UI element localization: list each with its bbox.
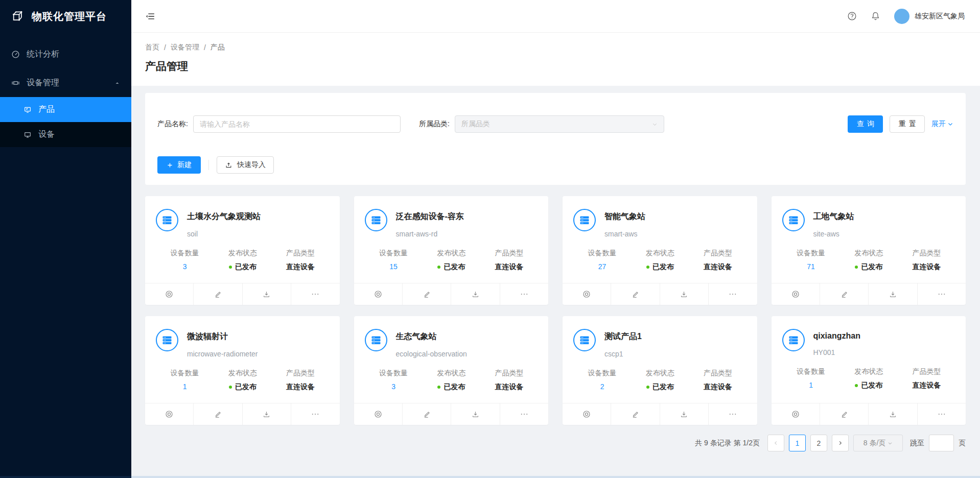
device-count-value[interactable]: 15 bbox=[365, 262, 423, 271]
sidebar-item-products[interactable]: 产品 bbox=[0, 97, 131, 122]
breadcrumb-device-management[interactable]: 设备管理 bbox=[171, 43, 199, 52]
jump-label: 跳至 bbox=[910, 439, 924, 448]
device-count-value[interactable]: 3 bbox=[365, 383, 423, 391]
page-size-select[interactable]: 8 条/页 bbox=[853, 435, 903, 451]
view-action[interactable] bbox=[563, 283, 611, 305]
import-icon bbox=[225, 161, 232, 169]
edit-action[interactable] bbox=[193, 283, 242, 305]
export-action[interactable] bbox=[451, 403, 499, 425]
menu-fold-icon[interactable] bbox=[145, 11, 155, 21]
product-stats: 设备数量 15 发布状态 已发布 产品类型 直连设备 bbox=[365, 249, 539, 272]
create-button-label: 新建 bbox=[177, 160, 192, 170]
product-head-text: 微波辐射计 microwave-radiometer bbox=[187, 329, 258, 358]
product-card-actions bbox=[145, 283, 340, 305]
product-type-value: 直连设备 bbox=[898, 381, 955, 390]
edit-action[interactable] bbox=[402, 403, 451, 425]
product-code: ecological-observation bbox=[396, 350, 467, 358]
quick-import-button[interactable]: 快速导入 bbox=[217, 156, 274, 174]
export-action[interactable] bbox=[868, 283, 917, 305]
device-count-value[interactable]: 2 bbox=[573, 383, 631, 391]
sidebar-submenu: 产品 设备 bbox=[0, 97, 131, 147]
edit-action[interactable] bbox=[402, 283, 451, 305]
more-action[interactable] bbox=[291, 283, 339, 305]
view-action[interactable] bbox=[145, 283, 193, 305]
product-name-input[interactable] bbox=[193, 115, 401, 133]
product-type-value: 直连设备 bbox=[689, 262, 746, 272]
bell-icon[interactable] bbox=[871, 11, 880, 21]
download-icon bbox=[680, 290, 688, 299]
reset-button[interactable]: 重置 bbox=[890, 115, 925, 133]
device-count-value[interactable]: 27 bbox=[573, 262, 631, 271]
scrollbar-strip[interactable] bbox=[131, 476, 980, 478]
view-action[interactable] bbox=[145, 403, 193, 425]
more-action[interactable] bbox=[708, 403, 757, 425]
more-action[interactable] bbox=[500, 283, 548, 305]
device-count-stat: 设备数量 27 bbox=[573, 249, 631, 272]
edit-pen-icon bbox=[214, 290, 222, 299]
view-action[interactable] bbox=[772, 403, 820, 425]
export-action[interactable] bbox=[660, 283, 708, 305]
view-action[interactable] bbox=[354, 283, 402, 305]
category-select[interactable]: 所属品类 bbox=[455, 115, 664, 133]
edit-action[interactable] bbox=[820, 283, 868, 305]
more-action[interactable] bbox=[917, 283, 966, 305]
product-card-body: 泛在感知设备-容东 smart-aws-rd 设备数量 15 发布状态 已发布 … bbox=[354, 196, 549, 283]
device-count-value[interactable]: 3 bbox=[156, 262, 214, 271]
next-page-button[interactable] bbox=[832, 435, 849, 451]
pagination: 共 9 条记录 第 1/2页 1 2 8 条/页 跳至 页 bbox=[145, 435, 966, 451]
edit-action[interactable] bbox=[820, 403, 868, 425]
device-count-value[interactable]: 1 bbox=[782, 381, 840, 389]
publish-status-stat: 发布状态 已发布 bbox=[423, 369, 480, 392]
export-action[interactable] bbox=[451, 283, 499, 305]
prev-page-button[interactable] bbox=[767, 435, 784, 451]
product-type-label: 产品类型 bbox=[271, 249, 329, 258]
product-card-body: 生态气象站 ecological-observation 设备数量 3 发布状态… bbox=[354, 316, 549, 403]
edit-action[interactable] bbox=[611, 283, 659, 305]
page-header: 首页 / 设备管理 / 产品 产品管理 bbox=[131, 33, 980, 86]
search-button[interactable]: 查询 bbox=[848, 115, 883, 133]
device-count-value[interactable]: 1 bbox=[156, 383, 214, 391]
expand-toggle[interactable]: 展开 bbox=[931, 119, 953, 129]
device-count-value[interactable]: 71 bbox=[782, 262, 840, 271]
ellipsis-icon bbox=[937, 410, 946, 419]
page-unit-label: 页 bbox=[959, 439, 966, 448]
view-action[interactable] bbox=[772, 283, 820, 305]
view-action[interactable] bbox=[563, 403, 611, 425]
more-action[interactable] bbox=[708, 283, 757, 305]
sidebar-item-device-management[interactable]: 设备管理 bbox=[0, 68, 131, 97]
edit-action[interactable] bbox=[193, 403, 242, 425]
chevron-down-icon bbox=[652, 122, 658, 127]
topbar-right: 雄安新区气象局 bbox=[847, 9, 965, 24]
breadcrumb-home[interactable]: 首页 bbox=[145, 43, 159, 52]
product-stats: 设备数量 27 发布状态 已发布 产品类型 直连设备 bbox=[573, 249, 747, 272]
sidebar-item-statistics[interactable]: 统计分析 bbox=[0, 40, 131, 68]
product-type-stat: 产品类型 直连设备 bbox=[898, 367, 955, 390]
avatar bbox=[894, 9, 909, 24]
export-action[interactable] bbox=[242, 283, 291, 305]
user-menu[interactable]: 雄安新区气象局 bbox=[894, 9, 965, 24]
more-action[interactable] bbox=[917, 403, 966, 425]
publish-status-stat: 发布状态 已发布 bbox=[840, 367, 898, 390]
page-button-2[interactable]: 2 bbox=[810, 435, 827, 451]
product-card-body: 测试产品1 cscp1 设备数量 2 发布状态 已发布 产品类型 直连设备 bbox=[563, 316, 757, 403]
page-title: 产品管理 bbox=[145, 59, 966, 74]
export-action[interactable] bbox=[868, 403, 917, 425]
page-button-1[interactable]: 1 bbox=[789, 435, 806, 451]
status-dot bbox=[855, 266, 858, 269]
product-server-icon bbox=[365, 329, 387, 351]
more-action[interactable] bbox=[291, 403, 339, 425]
view-action[interactable] bbox=[354, 403, 402, 425]
product-code: HY001 bbox=[813, 348, 860, 356]
device-count-label: 设备数量 bbox=[782, 249, 840, 258]
export-action[interactable] bbox=[242, 403, 291, 425]
edit-action[interactable] bbox=[611, 403, 659, 425]
jump-page-input[interactable] bbox=[929, 435, 954, 451]
create-button[interactable]: 新建 bbox=[157, 156, 201, 174]
export-action[interactable] bbox=[660, 403, 708, 425]
publish-status-value: 已发布 bbox=[840, 381, 898, 390]
help-icon[interactable] bbox=[847, 11, 857, 21]
product-type-stat: 产品类型 直连设备 bbox=[271, 369, 329, 392]
sidebar-item-devices[interactable]: 设备 bbox=[0, 122, 131, 147]
sidebar-menu: 统计分析 设备管理 bbox=[0, 33, 131, 147]
more-action[interactable] bbox=[500, 403, 548, 425]
